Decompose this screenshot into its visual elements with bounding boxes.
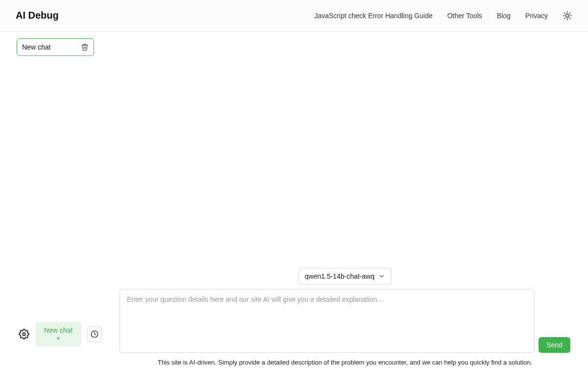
main-area: qwen1.5-14b-chat-awq Send This site is A… bbox=[102, 31, 588, 368]
nav-links: JavaScript check Error Handling Guide Ot… bbox=[314, 11, 572, 21]
chevron-down-icon bbox=[378, 273, 385, 280]
sidebar: New chat New chat + bbox=[0, 31, 102, 368]
history-clock-button[interactable] bbox=[87, 326, 102, 342]
send-button[interactable]: Send bbox=[539, 337, 570, 353]
sidebar-chat-label: New chat bbox=[22, 43, 50, 51]
svg-point-9 bbox=[23, 333, 25, 336]
composer-wrap: qwen1.5-14b-chat-awq Send This site is A… bbox=[120, 268, 570, 368]
settings-gear-icon[interactable] bbox=[19, 329, 29, 340]
new-chat-button[interactable]: New chat + bbox=[35, 322, 81, 346]
sidebar-chat-item[interactable]: New chat bbox=[17, 38, 94, 56]
nav-link-js-guide[interactable]: JavaScript check Error Handling Guide bbox=[314, 12, 432, 20]
brand-title: AI Debug bbox=[16, 10, 59, 21]
nav-link-privacy[interactable]: Privacy bbox=[525, 12, 548, 20]
nav-link-blog[interactable]: Blog bbox=[497, 12, 511, 20]
theme-toggle-sun-icon[interactable] bbox=[563, 11, 572, 21]
sidebar-bottom-controls: New chat + bbox=[0, 322, 102, 361]
disclaimer-text: This site is AI-driven. Simply provide a… bbox=[158, 359, 533, 366]
model-select[interactable]: qwen1.5-14b-chat-awq bbox=[298, 268, 392, 285]
model-select-label: qwen1.5-14b-chat-awq bbox=[305, 272, 374, 280]
clock-icon bbox=[91, 330, 98, 338]
topbar: AI Debug JavaScript check Error Handling… bbox=[0, 0, 588, 31]
question-input[interactable] bbox=[120, 289, 535, 353]
svg-line-4 bbox=[570, 18, 570, 18]
nav-link-other-tools[interactable]: Other Tools bbox=[447, 12, 482, 20]
svg-point-0 bbox=[566, 14, 569, 17]
svg-line-3 bbox=[564, 13, 565, 13]
svg-line-7 bbox=[564, 18, 565, 18]
trash-icon[interactable] bbox=[81, 43, 89, 51]
svg-line-8 bbox=[570, 13, 570, 13]
composer-row: Send bbox=[120, 289, 570, 353]
